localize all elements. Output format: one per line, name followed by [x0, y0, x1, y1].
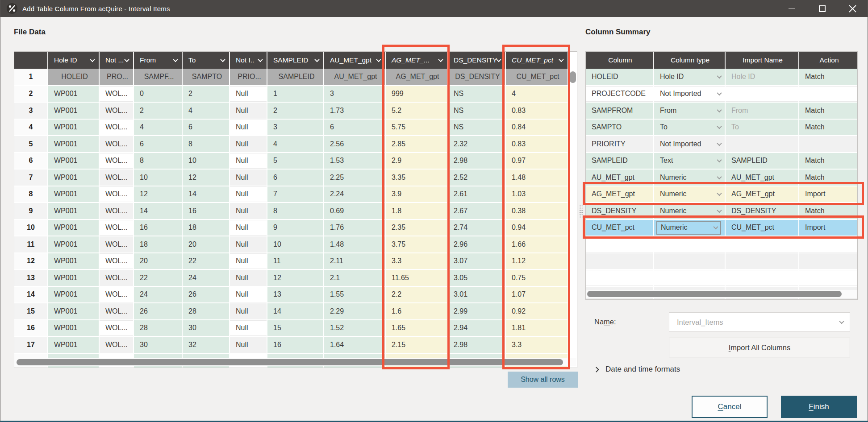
summary-action-value	[799, 86, 858, 103]
file-cell: Null	[230, 336, 267, 353]
close-button[interactable]	[837, 0, 868, 17]
file-cell: 28	[134, 320, 182, 337]
summary-column-type-dropdown[interactable]: Not Imported	[654, 136, 725, 153]
file-column-header-6[interactable]: SAMPLEID	[267, 52, 324, 69]
file-column-header-9[interactable]: DS_DENSITY	[447, 52, 505, 69]
summary-column-type-dropdown[interactable]: From	[654, 102, 725, 119]
row-drag-handle-icon[interactable]	[579, 205, 583, 218]
file-header-cell: AG_MET_gpt	[385, 69, 447, 86]
file-column-header-1[interactable]: Hole ID	[48, 52, 99, 69]
chevron-down-icon	[717, 174, 722, 179]
file-cell: WP001	[48, 136, 99, 153]
file-cell: 2.67	[447, 203, 505, 219]
column-summary-table: ColumnColumn typeImport NameActionHOLEID…	[586, 52, 858, 300]
file-cell: 6	[267, 169, 324, 186]
file-cell: WP001	[48, 236, 99, 253]
name-combobox[interactable]: Interval_Items	[669, 312, 850, 332]
file-header-cell: HOLEID	[48, 69, 99, 86]
file-cell: 6	[134, 136, 182, 153]
file-cell: Null	[230, 86, 267, 103]
file-column-header-8[interactable]: AG_MET_...	[385, 52, 447, 69]
summary-action-value: Match	[799, 119, 858, 136]
file-cell: 2.32	[447, 136, 505, 153]
summary-column-name: SAMPTO	[586, 119, 654, 136]
file-column-header-4[interactable]: To	[182, 52, 230, 69]
summary-empty-cell	[725, 269, 799, 286]
import-all-columns-button[interactable]: Import All Columns	[669, 338, 850, 357]
summary-import-name-field[interactable]: DS_DENSITY	[725, 203, 799, 219]
summary-action-value: Match	[799, 169, 858, 186]
file-cell: WOL...	[99, 303, 134, 320]
summary-horizontal-scrollbar[interactable]	[587, 291, 842, 297]
column-type-value: Not Imported	[660, 140, 701, 148]
file-column-header-5[interactable]: Not I..	[230, 52, 267, 69]
minimize-button[interactable]	[776, 0, 807, 17]
summary-action-value: Match	[799, 153, 858, 170]
file-cell: 11	[267, 253, 324, 270]
summary-import-name-field[interactable]: From	[725, 102, 799, 119]
file-row: 2WP001WOL...02Null13999NS4	[14, 86, 568, 103]
file-column-header-label: To	[188, 56, 196, 64]
file-cell: Null	[230, 320, 267, 337]
file-cell: 1.52	[324, 320, 385, 337]
summary-column-type-dropdown[interactable]: Numeric	[654, 186, 725, 203]
file-column-header-label: DS_DENSITY	[454, 56, 497, 64]
file-table-horizontal-scrollbar[interactable]	[17, 359, 563, 365]
summary-import-name-field[interactable]: To	[725, 119, 799, 136]
finish-button[interactable]: Finish	[781, 396, 857, 418]
file-cell: 2.35	[385, 219, 447, 236]
row-number: 13	[14, 269, 48, 286]
maximize-button[interactable]	[807, 0, 837, 17]
file-cell: 1.48	[505, 169, 568, 186]
summary-row: PRIORITYNot Imported	[586, 136, 858, 153]
file-row: 17WP001WOL...3032Null161.642.152.983.3	[14, 336, 568, 353]
summary-import-name-field[interactable]: SAMPLEID	[725, 153, 799, 170]
row-number: 17	[14, 336, 48, 353]
file-row: 4WP001WOL...46Null365.75NS0.84	[14, 119, 568, 136]
column-type-value: Numeric	[661, 223, 688, 232]
summary-column-type-dropdown[interactable]: Text	[654, 153, 725, 170]
file-data-table-panel: Hole IDNot ...FromToNot I..SAMPLEIDAU_ME…	[14, 51, 577, 368]
file-cell: 6	[324, 119, 385, 136]
file-row: 10WP001WOL...1618Null91.762.352.740.94	[14, 219, 568, 236]
summary-import-name-field[interactable]: Hole ID	[725, 69, 799, 86]
file-data-title: File Data	[14, 28, 46, 37]
file-table-vertical-scrollbar[interactable]	[570, 71, 576, 83]
file-cell: WOL...	[99, 86, 134, 103]
file-cell: Null	[230, 169, 267, 186]
summary-column-name: DS_DENSITY	[586, 203, 654, 219]
file-cell: 3	[324, 86, 385, 103]
file-cell: Null	[230, 253, 267, 270]
summary-column-header-1: Column	[586, 52, 654, 69]
file-column-header-2[interactable]: Not ...	[99, 52, 134, 69]
file-column-header-3[interactable]: From	[134, 52, 182, 69]
file-row: 13WP001WOL...2224Null122.111.653.050.75	[14, 269, 568, 286]
summary-column-type-dropdown[interactable]: Not Imported	[654, 86, 725, 103]
date-time-formats-expander[interactable]: Date and time formats	[594, 365, 680, 374]
summary-import-name-field[interactable]: AU_MET_gpt	[725, 169, 799, 186]
file-column-header-7[interactable]: AU_MET_gpt	[324, 52, 385, 69]
file-column-header-10[interactable]: CU_MET_pct	[505, 52, 568, 69]
summary-column-type-dropdown[interactable]: Hole ID	[654, 69, 725, 86]
summary-column-type-dropdown[interactable]: Numeric	[654, 203, 725, 219]
file-cell: 16	[134, 219, 182, 236]
summary-column-type-dropdown[interactable]: Numeric	[654, 219, 725, 236]
file-cell: 14	[182, 186, 230, 203]
show-all-rows-button[interactable]: Show all rows	[508, 372, 578, 388]
file-cell: 1.73	[324, 102, 385, 119]
summary-import-name-field[interactable]: AG_MET_gpt	[725, 186, 799, 203]
file-cell: 999	[385, 86, 447, 103]
row-number: 12	[14, 253, 48, 270]
summary-column-type-dropdown[interactable]: Numeric	[654, 169, 725, 186]
file-cell: 0.94	[505, 219, 568, 236]
summary-import-name-field[interactable]	[725, 86, 799, 103]
file-cell: WP001	[48, 119, 99, 136]
summary-import-name-field[interactable]: CU_MET_pct	[725, 219, 799, 236]
summary-column-type-dropdown[interactable]: To	[654, 119, 725, 136]
summary-import-name-field[interactable]	[725, 136, 799, 153]
file-cell: 10	[134, 169, 182, 186]
file-cell: 1.76	[324, 219, 385, 236]
file-header-cell: SAMPTO	[182, 69, 230, 86]
file-cell: 2.1	[324, 269, 385, 286]
cancel-button[interactable]: Cancel	[692, 396, 768, 418]
